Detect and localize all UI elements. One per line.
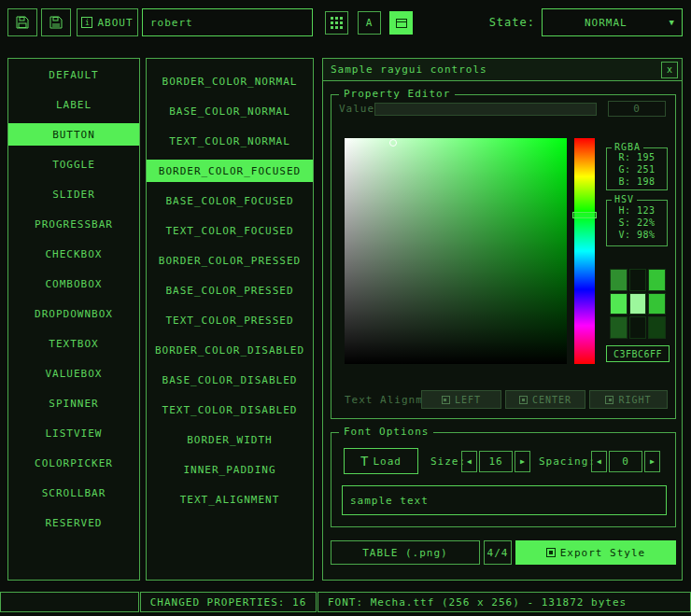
- control-item[interactable]: SLIDER: [8, 183, 139, 205]
- align-center-icon: [519, 396, 528, 404]
- align-left-icon: [442, 396, 450, 404]
- export-icon: [546, 548, 556, 557]
- rgba-r-value: R: 195: [607, 151, 667, 163]
- table-pages-value-box[interactable]: 4/4: [484, 540, 512, 565]
- palette-cell[interactable]: [648, 269, 666, 291]
- properties-list: BORDER_COLOR_NORMAL BASE_COLOR_NORMAL TE…: [146, 58, 314, 581]
- align-center-label: CENTER: [532, 395, 571, 405]
- align-right-icon: [605, 396, 613, 404]
- property-item[interactable]: BASE_COLOR_FOCUSED: [147, 189, 313, 212]
- color-picker-cursor[interactable]: [389, 139, 397, 147]
- hex-value: C3FBC6FF: [613, 349, 662, 359]
- spacing-increase-button[interactable]: ▶: [644, 451, 660, 472]
- property-item[interactable]: TEXT_COLOR_NORMAL: [147, 130, 313, 152]
- control-item[interactable]: COMBOBOX: [8, 273, 139, 295]
- controls-list: DEFAULT LABEL BUTTON TOGGLE SLIDER PROGR…: [7, 58, 140, 581]
- sample-window: Sample raygui controls x Property Editor…: [322, 58, 683, 581]
- control-item[interactable]: LISTVIEW: [8, 422, 139, 444]
- property-item[interactable]: BASE_COLOR_NORMAL: [147, 100, 313, 122]
- table-image-icon: [396, 19, 407, 28]
- property-item[interactable]: BASE_COLOR_DISABLED: [147, 369, 313, 391]
- control-item[interactable]: DEFAULT: [8, 63, 139, 86]
- sample-text-input[interactable]: [342, 485, 667, 515]
- property-item[interactable]: INNER_PADDING: [147, 458, 313, 481]
- property-item[interactable]: BASE_COLOR_PRESSED: [147, 279, 313, 301]
- value-slider[interactable]: [374, 103, 597, 116]
- style-table-button[interactable]: [389, 11, 413, 35]
- spacing-decrease-button[interactable]: ◀: [591, 451, 607, 472]
- align-right-button[interactable]: RIGHT: [589, 390, 668, 409]
- spacing-value: 0: [622, 455, 629, 468]
- rgba-g-value: G: 251: [607, 163, 667, 175]
- style-grid-button[interactable]: [325, 11, 348, 35]
- control-item[interactable]: LABEL: [8, 93, 139, 116]
- font-load-button[interactable]: T Load: [344, 448, 418, 474]
- export-style-button[interactable]: Export Style: [515, 540, 676, 565]
- property-item[interactable]: TEXT_COLOR_FOCUSED: [147, 219, 313, 242]
- control-item[interactable]: SPINNER: [8, 392, 139, 414]
- floppy-load-icon: [15, 15, 30, 30]
- control-item[interactable]: TOGGLE: [8, 153, 139, 175]
- control-item[interactable]: SCROLLBAR: [8, 482, 139, 504]
- hsv-box: HSV H: 123 S: 22% V: 98%: [606, 200, 668, 246]
- load-style-button[interactable]: [7, 8, 37, 36]
- arrow-right-icon: ▶: [650, 457, 655, 466]
- control-item-selected[interactable]: BUTTON: [8, 123, 139, 146]
- align-left-button[interactable]: LEFT: [421, 390, 501, 409]
- control-item[interactable]: PROGRESSBAR: [8, 213, 139, 235]
- control-item[interactable]: VALUEBOX: [8, 362, 139, 385]
- size-value-box[interactable]: 16: [479, 451, 513, 472]
- property-item[interactable]: BORDER_COLOR_DISABLED: [147, 339, 313, 361]
- spacing-value-box[interactable]: 0: [609, 451, 642, 472]
- about-button[interactable]: i ABOUT: [77, 8, 138, 36]
- control-item[interactable]: RESERVED: [8, 511, 139, 534]
- save-style-button[interactable]: [41, 8, 71, 36]
- property-item[interactable]: TEXT_COLOR_PRESSED: [147, 309, 313, 331]
- size-increase-button[interactable]: ▶: [515, 451, 530, 472]
- palette-cell[interactable]: [648, 316, 666, 339]
- state-value: NORMAL: [543, 17, 670, 29]
- state-label: State:: [458, 16, 535, 29]
- palette-cell[interactable]: [610, 293, 628, 315]
- palette-cell[interactable]: [610, 316, 628, 339]
- export-style-label: Export Style: [560, 547, 645, 559]
- export-format-dropdown[interactable]: TABLE (.png): [331, 540, 480, 565]
- property-item[interactable]: BORDER_COLOR_PRESSED: [147, 249, 313, 272]
- property-item[interactable]: TEXT_ALIGNMENT: [147, 488, 313, 511]
- property-item[interactable]: BORDER_COLOR_NORMAL: [147, 70, 313, 92]
- align-center-button[interactable]: CENTER: [505, 390, 585, 409]
- property-item[interactable]: TEXT_COLOR_DISABLED: [147, 399, 313, 421]
- palette-cell[interactable]: [629, 293, 647, 315]
- grid-icon: [331, 17, 343, 29]
- close-button[interactable]: x: [661, 62, 678, 78]
- property-item-selected[interactable]: BORDER_COLOR_FOCUSED: [147, 160, 313, 182]
- floppy-save-icon: [49, 15, 63, 30]
- control-item[interactable]: CHECKBOX: [8, 243, 139, 265]
- hex-value-box[interactable]: C3FBC6FF: [606, 345, 670, 362]
- palette-cell[interactable]: [648, 293, 666, 315]
- statusbar-section-empty: [0, 592, 139, 612]
- control-item[interactable]: DROPDOWNBOX: [8, 302, 139, 325]
- hue-cursor[interactable]: [572, 212, 597, 218]
- property-item[interactable]: BORDER_WIDTH: [147, 428, 313, 451]
- about-label: ABOUT: [97, 17, 133, 29]
- changed-properties-text: CHANGED PROPERTIES: 16: [150, 596, 307, 609]
- export-format-value: TABLE (.png): [362, 547, 447, 559]
- align-left-label: LEFT: [455, 395, 481, 405]
- control-item[interactable]: TEXTBOX: [8, 332, 139, 355]
- color-picker-gradient[interactable]: [345, 138, 567, 364]
- size-decrease-button[interactable]: ◀: [461, 451, 477, 472]
- font-atlas-button[interactable]: A: [358, 11, 381, 35]
- value-button[interactable]: 0: [608, 101, 666, 117]
- font-options-label: Font Options: [339, 426, 433, 438]
- palette-cell[interactable]: [629, 269, 647, 291]
- palette-cell[interactable]: [610, 269, 628, 291]
- style-name-input[interactable]: [142, 8, 313, 36]
- control-item[interactable]: COLORPICKER: [8, 452, 139, 474]
- hue-bar[interactable]: [574, 138, 595, 364]
- palette-cell[interactable]: [629, 316, 647, 339]
- rgba-label: RGBA: [612, 142, 643, 152]
- state-dropdown[interactable]: NORMAL ▼: [542, 8, 683, 36]
- info-icon: i: [81, 17, 92, 28]
- window-titlebar[interactable]: Sample raygui controls x: [323, 59, 682, 81]
